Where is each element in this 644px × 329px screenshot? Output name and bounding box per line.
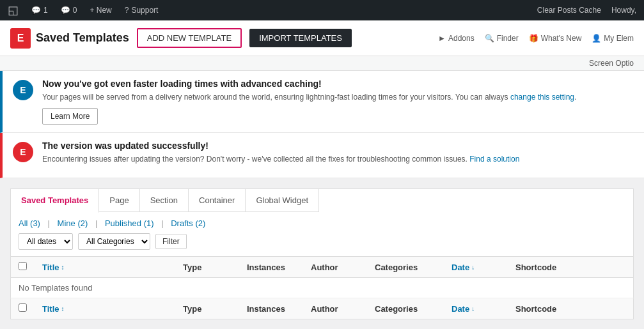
sort-title-footer-link[interactable]: Title ↕ [42, 304, 168, 314]
find-solution-link[interactable]: Find a solution [469, 155, 519, 164]
learn-more-button[interactable]: Learn More [42, 108, 98, 125]
caching-notice-title: Now you've got even faster loading times… [42, 79, 634, 89]
table-footer-type: Type [175, 298, 239, 319]
table-header-date: Date ↓ [444, 257, 508, 278]
filter-published[interactable]: Published (1) [105, 218, 154, 228]
tab-saved-templates[interactable]: Saved Templates [11, 189, 99, 213]
templates-table: Title ↕ Type Instances Author Categories… [10, 257, 634, 319]
dates-filter[interactable]: All dates [19, 233, 73, 250]
filter-area: All (3) | Mine (2) | Published (1) | Dra… [10, 212, 634, 257]
table-header-checkbox [11, 257, 35, 278]
update-notice-content: The version was updated successfully! En… [42, 141, 634, 170]
table-header-row: Title ↕ Type Instances Author Categories… [11, 257, 634, 278]
filter-all[interactable]: All (3) [19, 218, 40, 228]
admin-bar-support[interactable]: ? Support [122, 6, 161, 15]
sort-title-link[interactable]: Title ↕ [42, 263, 168, 272]
table-header-type: Type [175, 257, 239, 278]
caching-notice-content: Now you've got even faster loading times… [42, 79, 634, 125]
table-footer-date: Date ↓ [444, 298, 508, 319]
user-icon: 👤 [592, 34, 601, 43]
categories-filter[interactable]: All Categories [78, 233, 150, 250]
add-new-template-button[interactable]: ADD NEW TEMPLATE [137, 28, 242, 48]
elementor-logo: E [10, 28, 31, 49]
admin-bar-comments[interactable]: 💬 1 [29, 6, 51, 15]
elementor-logo-wrap: E Saved Templates [10, 28, 129, 49]
screen-options-bar: Screen Optio [0, 56, 644, 71]
date-sort-icon: ↓ [471, 264, 475, 271]
header-nav: ► Addons 🔍 Finder 🎁 What's New 👤 My Elem [438, 34, 634, 43]
clear-posts-cache-btn[interactable]: Clear Posts Cache [535, 6, 604, 15]
screen-options-label[interactable]: Screen Optio [589, 59, 634, 68]
gift-icon: 🎁 [529, 34, 538, 43]
arrow-icon: ► [438, 34, 446, 43]
admin-bar-right: Clear Posts Cache Howdy, [535, 6, 639, 15]
select-all-footer-checkbox[interactable] [19, 303, 27, 312]
caching-notice-icon: E [13, 80, 33, 100]
caching-notice-body: Your pages will be served from a deliver… [42, 91, 634, 103]
help-icon: ? [125, 6, 129, 15]
bubble-icon: 💬 [61, 6, 70, 15]
bubble-count: 0 [73, 6, 77, 15]
wp-logo[interactable]: ◱ [5, 3, 21, 17]
update-notice-icon: E [13, 142, 33, 162]
tab-section[interactable]: Section [140, 189, 189, 212]
whats-new-nav-item[interactable]: 🎁 What's New [529, 34, 582, 43]
title-sort-icon: ↕ [61, 264, 65, 271]
change-setting-link[interactable]: change this setting [510, 93, 574, 102]
tab-container[interactable]: Container [189, 189, 246, 212]
table-footer-instances: Instances [239, 298, 303, 319]
update-notice: E The version was updated successfully! … [0, 133, 644, 178]
import-templates-button[interactable]: IMPORT TEMPLATES [249, 29, 352, 47]
sort-date-footer-link[interactable]: Date ↓ [452, 304, 500, 314]
admin-bar: ◱ 💬 1 💬 0 + New ? Support Clear Posts Ca… [0, 0, 644, 20]
caching-notice: E Now you've got even faster loading tim… [0, 71, 644, 133]
addons-nav-item[interactable]: ► Addons [438, 34, 475, 43]
admin-bar-new[interactable]: + New [87, 6, 114, 15]
filter-button[interactable]: Filter [155, 234, 187, 249]
notifications-area: E Now you've got even faster loading tim… [0, 71, 644, 178]
finder-nav-item[interactable]: 🔍 Finder [485, 34, 519, 43]
tabs-bar: Saved Templates Page Section Container G… [10, 188, 634, 212]
select-all-checkbox[interactable] [19, 262, 27, 270]
table-header-instances: Instances [239, 257, 303, 278]
search-icon: 🔍 [485, 34, 494, 43]
table-footer-title: Title ↕ [35, 298, 175, 319]
table-no-results-row: No Templates found [11, 278, 634, 298]
page-title: Saved Templates [36, 31, 129, 45]
page-header: E Saved Templates ADD NEW TEMPLATE IMPOR… [0, 20, 644, 56]
table-header-author: Author [303, 257, 367, 278]
filter-controls: All dates All Categories Filter [19, 233, 625, 250]
filter-mine[interactable]: Mine (2) [58, 218, 88, 228]
table-header-shortcode: Shortcode [508, 257, 634, 278]
update-notice-body: Encountering issues after updating the v… [42, 153, 634, 165]
comment-icon: 💬 [31, 6, 41, 15]
sort-date-link[interactable]: Date ↓ [452, 263, 500, 272]
table-footer-checkbox [11, 298, 35, 319]
update-notice-title: The version was updated successfully! [42, 141, 634, 151]
date-footer-sort-icon: ↓ [471, 305, 475, 312]
no-results-cell: No Templates found [11, 278, 634, 298]
tab-global-widget[interactable]: Global Widget [246, 189, 319, 212]
admin-bar-bubbles[interactable]: 💬 0 [58, 6, 80, 15]
table-footer-row: Title ↕ Type Instances Author Categories… [11, 298, 634, 319]
tab-page[interactable]: Page [99, 189, 139, 212]
comment-count: 1 [43, 6, 48, 15]
table-footer-author: Author [303, 298, 367, 319]
table-header-categories: Categories [367, 257, 444, 278]
my-elementor-nav-item[interactable]: 👤 My Elem [592, 34, 634, 43]
main-content: Saved Templates Page Section Container G… [0, 178, 644, 329]
table-footer-shortcode: Shortcode [508, 298, 634, 319]
howdy-menu[interactable]: Howdy, [609, 6, 639, 15]
title-footer-sort-icon: ↕ [61, 305, 65, 312]
filter-drafts[interactable]: Drafts (2) [171, 218, 205, 228]
filter-links: All (3) | Mine (2) | Published (1) | Dra… [19, 218, 625, 228]
table-header-title: Title ↕ [35, 257, 175, 278]
table-footer-categories: Categories [367, 298, 444, 319]
